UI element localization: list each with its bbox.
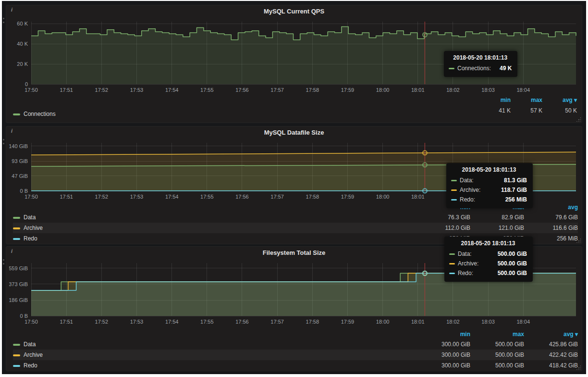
legend-label: Redo [24, 362, 37, 369]
svg-text:17:59: 17:59 [341, 319, 355, 325]
stat-min: 112.0 GiB [416, 225, 470, 231]
series-dash-icon [13, 227, 20, 229]
tooltip-value: 49 K [491, 65, 512, 72]
legend-label: Redo [24, 235, 37, 242]
svg-text:17:56: 17:56 [235, 319, 249, 325]
svg-text:17:58: 17:58 [306, 87, 319, 93]
legend-label: Archive [24, 225, 43, 231]
stat-avg: 425.86 GiB [524, 341, 578, 348]
stat-min: 300.00 GiB [416, 362, 470, 369]
legend-label: Connections [24, 111, 56, 117]
svg-text:140 GiB: 140 GiB [9, 143, 28, 149]
stat-avg: 418.42 GiB [524, 362, 578, 369]
svg-text:17:55: 17:55 [200, 87, 214, 93]
tooltip-label: Archive: [458, 260, 478, 267]
svg-text:17:54: 17:54 [165, 319, 179, 325]
tooltip-time: 2018-05-20 18:01:13 [451, 166, 527, 173]
svg-text:17:56: 17:56 [235, 194, 249, 200]
svg-text:17:58: 17:58 [306, 194, 319, 200]
svg-text:17:54: 17:54 [165, 87, 179, 93]
legend-item-redo[interactable]: Redo [13, 362, 416, 369]
tooltip-row: Redo: 500.00 GiB [449, 268, 527, 278]
panel-drag-handle[interactable] [3, 139, 5, 147]
series-dash-icon [449, 263, 455, 264]
tooltip-row: Connections: 49 K [449, 63, 512, 73]
series-dash-icon [13, 217, 20, 219]
stat-max: 500.00 GiB [470, 352, 524, 358]
tooltip-row: Archive: 500.00 GiB [449, 259, 527, 268]
svg-text:17:53: 17:53 [130, 319, 144, 325]
svg-text:17:56: 17:56 [235, 87, 249, 93]
tooltip-row: Data: 500.00 GiB [449, 249, 527, 259]
stat-max: 500.00 GiB [470, 341, 524, 348]
svg-text:18:00: 18:00 [376, 87, 390, 93]
svg-text:559 GiB: 559 GiB [9, 265, 28, 271]
stat-max: 500.00 GiB [470, 362, 524, 369]
tooltip-value: 500.00 GiB [489, 270, 527, 276]
tooltip-value: 118.7 GiB [492, 187, 527, 193]
tooltip-label: Archive: [460, 187, 480, 193]
stat-avg: 50 K [542, 107, 577, 118]
stat-min: 76.3 GiB [416, 214, 470, 221]
svg-text:0 B: 0 B [20, 313, 28, 319]
series-dash-icon [449, 273, 455, 274]
svg-text:18:00: 18:00 [376, 319, 390, 325]
panel-drag-handle[interactable] [3, 259, 5, 267]
stat-avg: 116.6 GiB [524, 225, 578, 231]
legend-label: Archive [24, 352, 43, 358]
legend-row-archive: Archive 112.0 GiB 121.0 GiB 116.6 GiB [13, 223, 578, 233]
tooltip-label: Data: [458, 251, 472, 257]
tooltip-label: Redo: [458, 270, 473, 276]
svg-text:0 B: 0 B [20, 188, 28, 194]
stat-avg: 422.42 GiB [524, 352, 578, 358]
svg-text:17:51: 17:51 [60, 319, 73, 325]
svg-text:17:54: 17:54 [165, 194, 179, 200]
stat-header-avg[interactable]: avg ▾ [524, 331, 578, 338]
stat-max: 57 K [511, 107, 542, 118]
svg-text:17:55: 17:55 [200, 194, 214, 200]
svg-text:17:55: 17:55 [200, 319, 214, 325]
legend-row-data: Data 300.00 GiB 500.00 GiB 425.86 GiB [13, 339, 578, 350]
panel-title[interactable]: MySQL Datafile Size [6, 129, 582, 136]
legend-label: Data [24, 214, 36, 221]
svg-text:17:53: 17:53 [130, 87, 144, 93]
legend: Connections min max avg ▾ 41 K 57 K 50 K [13, 97, 577, 119]
stat-header-max[interactable]: max [470, 331, 524, 338]
svg-text:17:52: 17:52 [95, 87, 109, 93]
tooltip-row: Archive: 118.7 GiB [451, 185, 527, 195]
svg-text:18:04: 18:04 [516, 87, 530, 93]
legend-item-data[interactable]: Data [13, 214, 416, 221]
series-dash-icon [13, 113, 20, 115]
svg-text:18:04: 18:04 [516, 319, 530, 325]
legend: min max avg ▾ Data 300.00 GiB 500.00 GiB… [13, 329, 578, 371]
svg-text:373 GiB: 373 GiB [9, 281, 28, 287]
tooltip-label: Redo: [460, 196, 475, 203]
svg-text:17:57: 17:57 [270, 194, 284, 200]
stat-header-min[interactable]: min [416, 331, 470, 338]
svg-text:17:57: 17:57 [270, 87, 284, 93]
svg-text:17:51: 17:51 [60, 194, 73, 200]
tooltip-value: 500.00 GiB [489, 260, 527, 267]
stat-header-avg[interactable]: avg ▾ [542, 97, 577, 107]
series-dash-icon [449, 68, 454, 69]
svg-text:0: 0 [25, 81, 28, 87]
svg-text:20 K: 20 K [17, 61, 28, 67]
tooltip-time: 2018-05-20 18:01:13 [449, 54, 512, 61]
legend-item-redo[interactable]: Redo [13, 235, 416, 242]
tooltip: 2018-05-20 18:01:13 Data: 81.3 GiB Archi… [446, 163, 533, 208]
stat-header-min[interactable]: min [479, 97, 511, 107]
legend-item-archive[interactable]: Archive [13, 225, 416, 231]
svg-text:18:03: 18:03 [481, 319, 495, 325]
svg-text:40 K: 40 K [17, 41, 28, 47]
svg-text:93 GiB: 93 GiB [12, 158, 28, 164]
panel-drag-handle[interactable] [3, 18, 5, 25]
panel-title[interactable]: MySQL Current QPS [6, 8, 582, 15]
svg-text:18:00: 18:00 [376, 194, 390, 200]
stat-header-max[interactable]: max [511, 97, 542, 107]
svg-text:17:58: 17:58 [306, 319, 319, 325]
svg-text:186 GiB: 186 GiB [9, 297, 28, 303]
legend-item-archive[interactable]: Archive [13, 352, 416, 358]
svg-text:18:01: 18:01 [411, 194, 425, 200]
legend-item-connections[interactable]: Connections [13, 111, 56, 117]
legend-item-data[interactable]: Data [13, 341, 416, 348]
